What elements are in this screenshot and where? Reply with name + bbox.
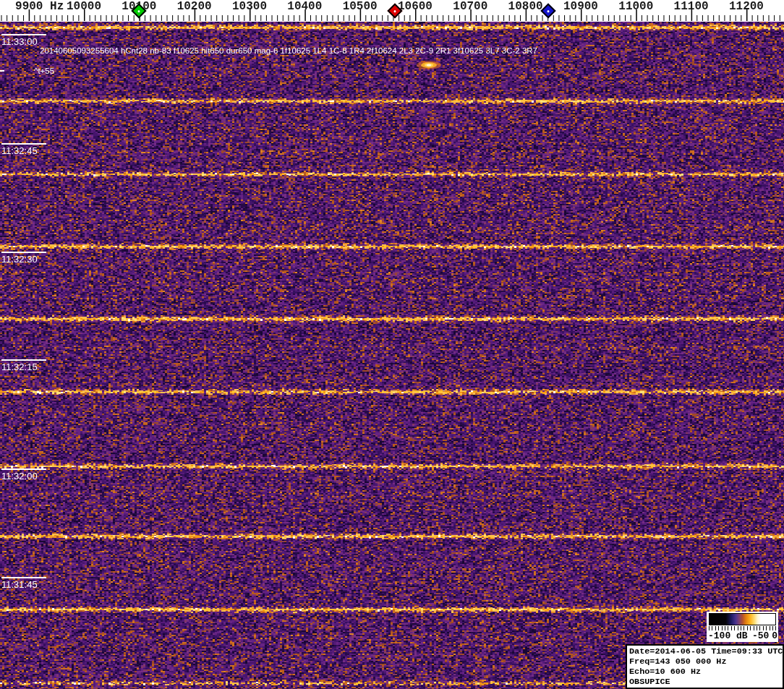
freq-axis-label: 10900: [563, 0, 598, 13]
colorbar-label-min: -100 dB: [708, 630, 748, 641]
freq-axis-label: 11200: [729, 0, 764, 13]
colorbar-label-mid: -50: [752, 630, 769, 641]
freq-axis-label: 11100: [674, 0, 709, 13]
time-axis-label: 11:33:00: [1, 36, 38, 47]
freq-axis-label: 10200: [177, 0, 212, 13]
spectrogram-screen: 9900 Hz100001010010200103001040010500106…: [0, 0, 784, 689]
freq-axis-label: 10400: [287, 0, 322, 13]
time-axis-label: 11:32:15: [1, 361, 38, 372]
freq-axis-label: 9900 Hz: [15, 0, 64, 13]
time-axis-label: 11:32:30: [1, 254, 38, 265]
freq-axis-label: 10500: [343, 0, 378, 13]
freq-axis-label: 10600: [398, 0, 433, 13]
time-axis-label: 11:32:45: [1, 145, 38, 156]
colorbar-gradient: [709, 613, 776, 625]
info-box-line: Echo=10 600 Hz: [629, 667, 780, 677]
detection-annotation: 20140605093255604 hCnt28 nb-83 f10625 hi…: [40, 46, 537, 55]
trigger-annotation: ^t+55: [34, 67, 54, 75]
freq-axis-label: 10300: [232, 0, 267, 13]
time-axis-label: 11:32:00: [1, 471, 38, 482]
colorbar-label-max: 0: [772, 630, 777, 641]
info-box-line: Date=2014-06-05 Time=09:33 UTC: [629, 646, 780, 656]
colorbar-panel: -100 dB -50 0: [707, 612, 778, 642]
info-box-line: OBSUPICE: [629, 677, 780, 687]
station-info-box: Date=2014-06-05 Time=09:33 UTCFreq=143 0…: [626, 644, 784, 689]
freq-axis-label: 10800: [508, 0, 543, 13]
freq-axis-label: 10700: [453, 0, 487, 13]
spectrogram-canvas: [0, 0, 784, 689]
time-axis-label: 11:31:45: [1, 579, 38, 590]
freq-axis-label: 10000: [67, 0, 101, 13]
info-box-line: Freq=143 050 000 Hz: [629, 656, 780, 667]
freq-axis-label: 11000: [618, 0, 653, 13]
